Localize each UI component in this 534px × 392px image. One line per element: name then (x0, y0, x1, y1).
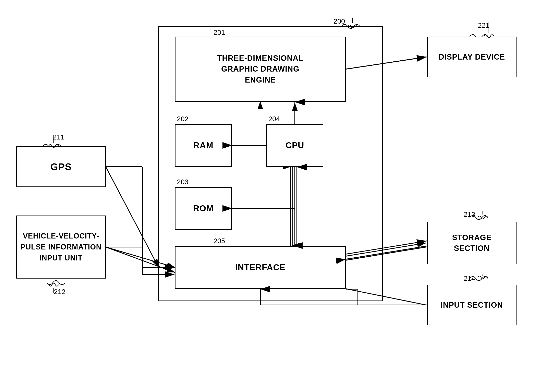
rom-box: ROM (175, 187, 232, 230)
ref-202: 202 (177, 115, 188, 123)
rom-label: ROM (193, 204, 214, 213)
storage-section-label: STORAGESECTION (452, 232, 492, 254)
ref-214: 214 (464, 275, 475, 282)
vehicle-velocity-label: VEHICLE-VELOCITY-PULSE INFORMATIONINPUT … (21, 231, 102, 263)
ref-200: 200 (333, 17, 345, 25)
display-device-label: DISPLAY DEVICE (439, 53, 505, 61)
diagram: THREE-DIMENSIONALGRAPHIC DRAWINGENGINE R… (0, 0, 534, 392)
svg-line-27 (106, 247, 175, 272)
gps-box: GPS (16, 146, 106, 187)
ref-213: 213 (464, 210, 475, 218)
svg-line-30 (346, 289, 426, 305)
interface-box: INTERFACE (175, 246, 346, 289)
gps-label: GPS (50, 161, 72, 173)
input-section-label: INPUT SECTION (441, 301, 503, 309)
three-d-engine-label: THREE-DIMENSIONALGRAPHIC DRAWINGENGINE (217, 53, 303, 85)
svg-line-29 (346, 247, 426, 260)
ref-221: 221 (478, 21, 489, 29)
storage-section-box: STORAGESECTION (427, 222, 516, 264)
ram-box: RAM (175, 124, 232, 167)
ref-212: 212 (54, 288, 66, 296)
vehicle-velocity-box: VEHICLE-VELOCITY-PULSE INFORMATIONINPUT … (16, 215, 106, 279)
svg-line-28 (346, 243, 426, 256)
ref-205: 205 (214, 237, 225, 245)
input-section-box: INPUT SECTION (427, 285, 516, 325)
cpu-label: CPU (286, 140, 304, 150)
ref-204: 204 (268, 115, 280, 123)
three-d-engine-box: THREE-DIMENSIONALGRAPHIC DRAWINGENGINE (175, 37, 346, 102)
ram-label: RAM (193, 140, 214, 150)
ref-211: 211 (53, 133, 65, 141)
cpu-box: CPU (266, 124, 323, 167)
svg-line-22 (106, 167, 159, 267)
ref-201: 201 (214, 28, 225, 36)
svg-line-26 (106, 247, 175, 267)
interface-label: INTERFACE (235, 262, 285, 272)
svg-line-11 (346, 57, 426, 69)
ref-203: 203 (177, 178, 188, 186)
display-device-box: DISPLAY DEVICE (427, 37, 516, 77)
